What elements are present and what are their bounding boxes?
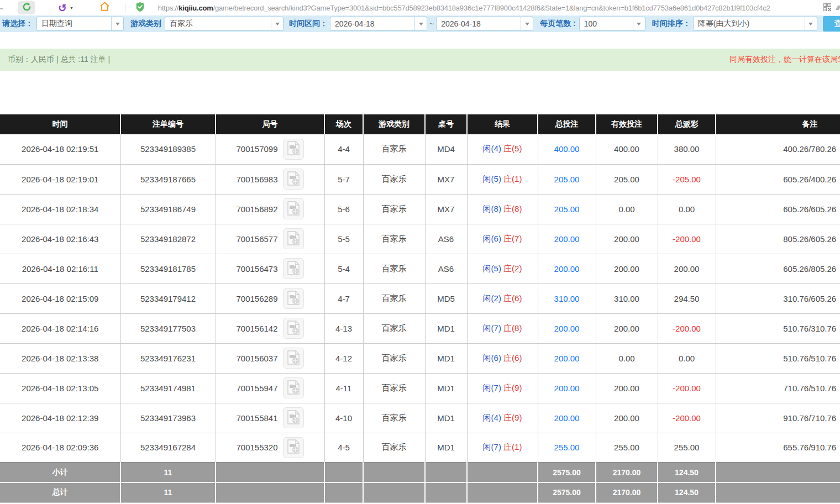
cell-session: 4-13: [324, 313, 363, 343]
refresh-icon: [22, 2, 32, 14]
browser-toolbar: ↺ ▼ https://kiqiiu.com/game/betrecord_se…: [0, 0, 840, 15]
video-replay-button[interactable]: [283, 348, 304, 369]
url-path: /game/betrecord_search/kind3?GameType=30…: [213, 4, 770, 12]
undo-dropdown-caret[interactable]: ▼: [70, 6, 74, 10]
cell-time: 2026-04-18 02:19:01: [0, 164, 120, 194]
banker-result: 庄(1): [503, 442, 522, 452]
footer-cell-note: [716, 463, 840, 482]
round-number: 700156473: [236, 264, 277, 274]
cell-game: 百家乐: [363, 134, 425, 164]
video-icon: [287, 231, 300, 247]
cell-table_no: MX7: [425, 194, 467, 224]
video-replay-button[interactable]: [283, 258, 304, 279]
page-size-value: 100: [580, 19, 633, 28]
query-button[interactable]: 查询: [823, 16, 840, 32]
cell-round: 700156037: [216, 343, 324, 373]
query-type-value: 日期查询: [37, 19, 111, 29]
cell-bet_id: 523349174981: [120, 373, 216, 403]
cell-table_no: MD1: [425, 313, 467, 343]
video-replay-button[interactable]: [283, 139, 304, 160]
table-header-row: 时间注单编号局号场次游戏类别桌号结果总投注有效投注总派彩备注: [0, 114, 840, 134]
video-replay-button[interactable]: [283, 198, 304, 219]
video-replay-button[interactable]: [283, 318, 304, 339]
sort-select[interactable]: 降幂(由大到小): [693, 17, 817, 31]
footer-cell-note: [716, 482, 840, 502]
cell-payout: 200.00: [658, 254, 716, 284]
cell-round: 700156983: [216, 164, 324, 194]
cell-bet_id: 523349173963: [120, 403, 216, 433]
round-number: 700155320: [236, 443, 277, 452]
footer-cell-result: [467, 482, 538, 502]
table-row: 2026-04-18 02:19:51523349189385 70015709…: [0, 134, 840, 164]
footer-cell-session: [324, 463, 363, 482]
sort-value: 降幂(由大到小): [694, 19, 805, 29]
cell-result: 闲(4) 庄(9): [467, 403, 538, 433]
banker-result: 庄(8): [503, 204, 522, 213]
cell-bet_id: 523349182872: [120, 224, 216, 254]
cell-valid_bet: 0.00: [596, 194, 658, 224]
chevron-down-icon: [521, 17, 533, 30]
game-type-label: 游戏类别: [130, 19, 161, 29]
toolbar-divider: [125, 3, 125, 12]
video-replay-button[interactable]: [283, 169, 304, 190]
cell-note: 605.26/605.26: [716, 194, 840, 224]
table-row: 2026-04-18 02:16:43523349182872 70015657…: [0, 224, 840, 254]
round-number: 700156289: [236, 294, 277, 303]
bet-records-table: 时间注单编号局号场次游戏类别桌号结果总投注有效投注总派彩备注 2026-04-1…: [0, 114, 840, 503]
security-badge[interactable]: [135, 2, 145, 14]
cell-session: 5-7: [324, 164, 363, 194]
cell-valid_bet: 400.00: [596, 134, 658, 164]
banker-result: 庄(6): [503, 353, 522, 363]
date-to-select[interactable]: 2026-04-18: [436, 17, 533, 31]
cell-result: 闲(7) 庄(9): [467, 373, 538, 403]
cell-time: 2026-04-18 02:18:34: [0, 194, 120, 224]
cell-total_bet: 400.00: [538, 134, 596, 164]
date-from-select[interactable]: 2026-04-18: [330, 17, 427, 31]
player-result: 闲(7): [483, 442, 501, 452]
video-replay-button[interactable]: [283, 228, 304, 249]
cell-game: 百家乐: [363, 224, 425, 254]
cell-note: 605.26/400.26: [716, 164, 840, 194]
page-size-select[interactable]: 100: [579, 17, 645, 31]
video-replay-button[interactable]: [283, 437, 304, 458]
video-replay-button[interactable]: [283, 377, 304, 398]
cell-total_bet: 200.00: [538, 343, 596, 373]
column-header-note: 备注: [716, 114, 840, 134]
home-icon: [99, 1, 111, 14]
date-to-value: 2026-04-18: [437, 19, 521, 28]
cell-total_bet: 255.00: [538, 433, 596, 463]
cell-time: 2026-04-18 02:09:36: [0, 433, 120, 463]
cell-result: 闲(8) 庄(8): [467, 194, 538, 224]
footer-cell-payout: 124.50: [658, 482, 716, 502]
refresh-button[interactable]: [18, 1, 35, 14]
column-header-session: 场次: [324, 114, 363, 134]
cell-bet_id: 523349177503: [120, 313, 216, 343]
video-icon: [287, 350, 300, 366]
cell-bet_id: 523349187665: [120, 164, 216, 194]
url-domain: kiqiiu.com: [179, 4, 213, 12]
currency-total-text: 币别：人民币 | 总共 :11 注单 |: [8, 55, 110, 65]
video-replay-button[interactable]: [283, 288, 304, 309]
cell-result: 闲(5) 庄(2): [467, 254, 538, 284]
summary-bar: 币别：人民币 | 总共 :11 注单 | 同局有效投注，统一计算在该局笔: [0, 49, 840, 71]
cell-bet_id: 523349189385: [120, 134, 216, 164]
clipped-toolbar-icon: [836, 6, 840, 10]
cell-time: 2026-04-18 02:16:11: [0, 254, 120, 284]
column-header-time: 时间: [0, 114, 120, 134]
banker-result: 庄(9): [503, 413, 522, 422]
address-bar[interactable]: https://kiqiiu.com/game/betrecord_search…: [158, 4, 783, 12]
undo-button[interactable]: ↺ ▼: [58, 3, 74, 13]
video-icon: [287, 321, 300, 337]
game-type-select[interactable]: 百家乐: [165, 17, 284, 31]
qr-code-button[interactable]: [823, 3, 831, 13]
home-button[interactable]: [99, 1, 111, 14]
video-replay-button[interactable]: [283, 407, 304, 428]
cell-total_bet: 310.00: [538, 284, 596, 313]
query-type-select[interactable]: 日期查询: [36, 17, 124, 31]
cell-time: 2026-04-18 02:19:51: [0, 134, 120, 164]
video-icon: [287, 380, 300, 396]
cell-result: 闲(6) 庄(7): [467, 224, 538, 254]
undo-icon: ↺: [58, 3, 67, 13]
cell-valid_bet: 310.00: [596, 284, 658, 313]
cell-payout: -200.00: [658, 313, 716, 343]
